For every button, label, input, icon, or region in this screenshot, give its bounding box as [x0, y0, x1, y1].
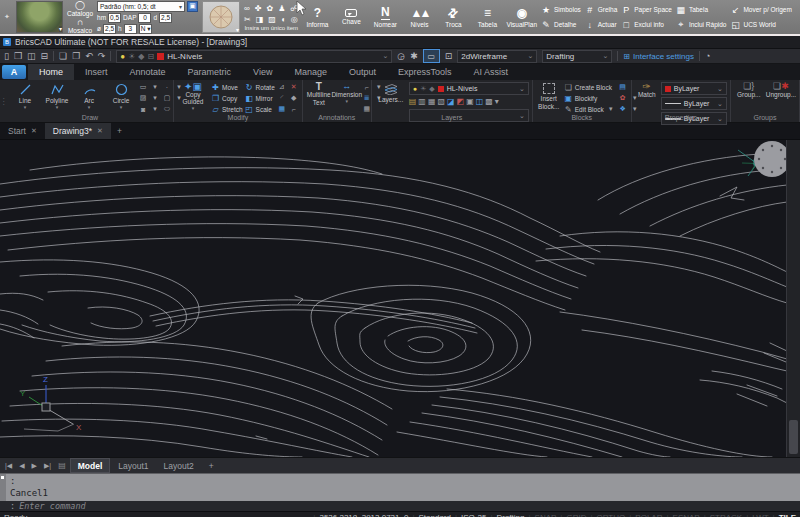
actuar-button[interactable]: ↓Actuar — [585, 18, 618, 31]
preset-dropdown[interactable]: Padrão (hm: 0,5; dt▾ — [97, 1, 185, 12]
vertical-scrollbar[interactable] — [786, 140, 800, 457]
create-block-button[interactable]: ❏Create Block — [564, 82, 616, 92]
chamfer-icon[interactable]: ◆ — [289, 94, 299, 102]
ucs-world-button[interactable]: ◱UCS World — [730, 18, 791, 31]
layer-tool-icon[interactable]: ◩ — [457, 97, 465, 107]
copy-guided-button[interactable]: ✦▣ Copy Guided▾ — [177, 82, 209, 110]
reference-icon[interactable]: ❖ — [618, 105, 628, 113]
toggle-tile[interactable]: TILE — [779, 513, 796, 517]
toggle-snap[interactable]: SNAP — [535, 513, 557, 517]
linetype-dropdown[interactable]: ByLayer ⌄ — [661, 97, 727, 110]
group-button[interactable]: ❏} Group... — [734, 82, 764, 98]
tab-parametric[interactable]: Parametric — [177, 64, 243, 80]
trim-icon[interactable]: ⊿ — [277, 83, 287, 91]
application-button[interactable]: A — [2, 65, 26, 79]
arc-button[interactable]: Arc▾ — [74, 82, 104, 109]
mini-tool-icon[interactable]: ✂ — [244, 15, 251, 24]
region-icon[interactable]: ▢ — [162, 94, 172, 102]
ungroup-button[interactable]: ❏✱ Ungroup... — [766, 82, 796, 98]
polyline-button[interactable]: Polyline▾ — [42, 82, 72, 109]
tab-model[interactable]: Model — [70, 458, 111, 473]
mini-tool-icon[interactable]: ✤ — [255, 4, 262, 13]
toggle-ortho[interactable]: ORTHO — [597, 513, 626, 517]
fillet-icon[interactable]: ◜ — [277, 94, 287, 102]
inclui-rapido-button[interactable]: ⌖Inclui Rápido — [676, 18, 727, 31]
image-frame-icon[interactable]: ⊡ — [445, 51, 453, 61]
command-history[interactable]: : Cancel1 — [0, 473, 800, 501]
move-button[interactable]: ✚Move — [211, 82, 243, 92]
undo-icon[interactable]: ↶ — [85, 51, 93, 61]
toggle-polar[interactable]: POLAR — [635, 513, 662, 517]
scrollbar-thumb[interactable] — [789, 420, 798, 454]
array-icon[interactable]: ▦ — [277, 105, 287, 113]
mini-tool-icon[interactable]: ◖ — [281, 15, 286, 24]
exclui-info-button[interactable]: □Exclui info — [621, 18, 672, 31]
toggle-lwt[interactable]: LWT — [752, 513, 768, 517]
dim-style-field[interactable]: ISO-25 — [461, 513, 486, 517]
annotation-scale-icon[interactable]: ◶ — [397, 51, 405, 61]
compass-preview[interactable]: ▾ — [202, 1, 240, 33]
dap-field[interactable]: 0 — [138, 13, 151, 23]
ribbon-grip[interactable]: ⋮ — [0, 80, 7, 122]
open-file-icon[interactable]: ❒ — [14, 51, 22, 61]
layer-tool-icon[interactable]: ◫ — [476, 97, 484, 107]
mosaico-button[interactable]: ∩Mosaico — [67, 18, 93, 34]
next-layout-button[interactable]: ▶ — [29, 462, 40, 470]
mover-origem-button[interactable]: ↙Mover p/ Origem — [730, 3, 791, 16]
command-input[interactable]: : Enter command — [0, 501, 800, 511]
layer-tool-icon[interactable]: ▾ — [495, 97, 499, 107]
close-icon[interactable]: ✕ — [97, 127, 103, 135]
layer-tool-icon[interactable]: ▦ — [428, 97, 436, 107]
tab-annotate[interactable]: Annotate — [119, 64, 177, 80]
purge-icon[interactable]: ✿ — [618, 94, 628, 102]
match-properties-button[interactable]: ✑ Match — [635, 82, 659, 98]
mini-tool-icon[interactable]: ◨ — [256, 15, 264, 24]
drawing-canvas[interactable]: Z Y X — [0, 140, 800, 457]
toggle-grid[interactable]: GRID — [566, 513, 586, 517]
layer-tool-icon[interactable]: ▥ — [418, 97, 426, 107]
active-tool-icon[interactable]: ▭ — [423, 49, 440, 63]
table-tool-icon[interactable]: ▦ — [362, 105, 372, 113]
toggle-esnap[interactable]: ESNAP — [673, 513, 700, 517]
offset-icon[interactable]: ⌐ — [289, 106, 299, 113]
current-layer-dropdown[interactable]: ● ☀ ◆ ⊟ HL-Níveis ⌄ — [116, 50, 392, 63]
new-layout-button[interactable]: + — [202, 459, 221, 472]
save-preset-icon[interactable]: ▣ — [187, 1, 198, 12]
paper-space-button[interactable]: PPaper Space — [621, 3, 672, 16]
last-layout-button[interactable]: ▶| — [41, 462, 54, 470]
mirror-button[interactable]: ◧Mirror — [245, 93, 275, 103]
layout-list-icon[interactable]: ▤ — [55, 461, 69, 470]
workspace-dropdown[interactable]: Drafting ⌄ — [542, 50, 612, 63]
layer-tool-icon[interactable]: ▧ — [437, 97, 445, 107]
visualplan-button[interactable]: ◉VisualPlan — [506, 1, 537, 34]
h-field[interactable]: 3 — [124, 24, 137, 34]
interface-settings-button[interactable]: ⊞ Interface settings — [623, 52, 694, 61]
hatch-icon[interactable]: ▨ — [138, 94, 148, 102]
chave-button[interactable]: Chave — [336, 1, 366, 34]
settings-gear-icon[interactable]: ✱ — [410, 51, 418, 61]
copy-button[interactable]: ❐Copy — [211, 93, 243, 103]
gradient-icon[interactable]: ◙ — [138, 106, 148, 113]
tab-layout1[interactable]: Layout1 — [111, 459, 155, 472]
redo-icon[interactable]: ↷ — [98, 51, 106, 61]
tab-start[interactable]: Start✕ — [0, 123, 45, 139]
blockify-button[interactable]: ▣Blockify — [564, 93, 616, 103]
toggle-strack[interactable]: STRACK — [710, 513, 742, 517]
tab-view[interactable]: View — [242, 64, 283, 80]
grelha-button[interactable]: #Grelha — [585, 3, 618, 16]
tab-output[interactable]: Output — [338, 64, 387, 80]
circle-button[interactable]: Circle▾ — [106, 82, 136, 109]
tabela-button[interactable]: ≡Tabela — [472, 1, 502, 34]
tab-drawing3[interactable]: Drawing3*✕ — [45, 123, 111, 139]
mini-tool-icon[interactable]: ♟ — [278, 4, 285, 13]
layer-tool-icon[interactable]: ▩ — [485, 97, 493, 107]
erase-icon[interactable]: ✕ — [289, 83, 299, 91]
lookfrom-wheel[interactable] — [754, 141, 787, 177]
mini-tool-icon[interactable]: ▨ — [268, 15, 276, 24]
insert-block-button[interactable]: Insert Block... — [536, 82, 562, 110]
ellipse-icon[interactable]: ⬭ — [162, 105, 172, 113]
layer-tool-icon[interactable]: ▤ — [409, 97, 417, 107]
history-clock-icon[interactable]: ◔ — [705, 51, 710, 61]
simbolos-button[interactable]: ★Simbolos — [541, 3, 581, 16]
tab-insert[interactable]: Insert — [74, 64, 119, 80]
